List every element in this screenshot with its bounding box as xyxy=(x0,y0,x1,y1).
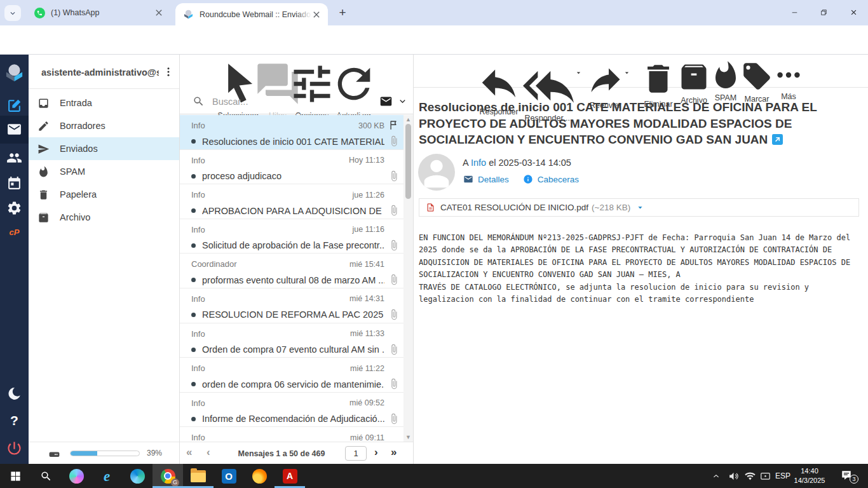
chevron-down-icon[interactable] xyxy=(397,96,408,107)
folder-item-archivo[interactable]: Archivo xyxy=(29,206,179,229)
message-row[interactable]: Infomié 11:33Orden de compra 07 evento c… xyxy=(180,323,403,358)
taskbar-copilot-button[interactable] xyxy=(61,464,92,488)
more-button[interactable]: Más xyxy=(774,60,803,101)
taskbar-acrobat-button[interactable]: A xyxy=(275,464,305,488)
notification-badge: 3 xyxy=(850,475,858,484)
message-row[interactable]: InfoHoy 11:13proceso adjudicaco xyxy=(180,150,403,185)
scroll-up-arrow[interactable]: ▲ xyxy=(403,115,413,124)
message-flag-cell xyxy=(384,154,400,166)
calendar-icon[interactable] xyxy=(6,175,22,191)
chevron-down-icon xyxy=(8,9,17,18)
trash-icon xyxy=(37,189,50,201)
reply-all-caret-icon[interactable] xyxy=(574,69,583,77)
message-row[interactable]: Infomié 09:11 xyxy=(180,427,403,442)
attachment-row[interactable]: CATE01 RESOLUCIÓN DE INICIO.pdf (~218 KB… xyxy=(419,198,859,217)
storage-quota-bar xyxy=(70,451,140,456)
reply-icon xyxy=(477,60,521,105)
open-in-new-window-icon[interactable] xyxy=(772,134,783,145)
paperclip-icon xyxy=(388,135,400,147)
pencil-icon xyxy=(37,120,50,132)
message-row[interactable]: Infomié 14:31RESOLUCION DE REFORMA AL PA… xyxy=(180,288,403,323)
forward-caret-icon[interactable] xyxy=(623,69,631,77)
message-flag-cell xyxy=(384,258,400,270)
search-input[interactable] xyxy=(212,97,379,107)
taskbar-edge-button[interactable] xyxy=(122,464,153,488)
compose-icon[interactable] xyxy=(6,98,22,114)
tab-whatsapp[interactable]: (1) WhatsApp xyxy=(25,0,170,25)
headers-link[interactable]: Cabeceras xyxy=(538,175,579,184)
message-sender: Info xyxy=(191,294,349,304)
browser-tab-strip: (1) WhatsApp Roundcube Webmail :: Enviad… xyxy=(0,0,868,25)
tray-expand-icon[interactable] xyxy=(712,472,721,480)
message-row[interactable]: Infomié 09:52Informe de Recomendación de… xyxy=(180,393,403,428)
language-indicator[interactable]: ESP xyxy=(775,471,790,480)
attachment-menu-caret-icon[interactable] xyxy=(635,203,645,212)
tag-icon xyxy=(741,60,773,92)
window-restore-button[interactable] xyxy=(813,0,834,24)
message-row[interactable]: Infojue 11:16Solicitud de aprobación de … xyxy=(180,219,403,254)
folder-item-spam[interactable]: SPAM xyxy=(29,160,179,183)
spam-button[interactable]: SPAM xyxy=(710,60,741,102)
tab-title: Roundcube Webmail :: Enviados xyxy=(200,10,311,19)
new-tab-button[interactable]: + xyxy=(336,6,349,20)
paperclip-icon xyxy=(388,170,400,182)
help-icon[interactable]: ? xyxy=(0,413,29,428)
flag-icon[interactable] xyxy=(388,119,400,131)
attachment-name[interactable]: CATE01 RESOLUCIÓN DE INICIO.pdf xyxy=(440,203,588,212)
next-page-button[interactable]: › xyxy=(374,446,378,459)
folder-item-papelera[interactable]: Papelera xyxy=(29,183,179,206)
first-page-button[interactable]: « xyxy=(186,446,192,459)
dark-mode-moon-icon[interactable] xyxy=(6,386,22,402)
volume-icon[interactable] xyxy=(728,471,739,482)
settings-gear-icon[interactable] xyxy=(6,200,22,216)
search-scope-mail-icon[interactable] xyxy=(379,95,393,108)
window-minimize-button[interactable] xyxy=(783,0,805,24)
taskbar-clock[interactable]: 14:40 14/3/2025 xyxy=(793,466,826,485)
taskbar-outlook-button[interactable]: O xyxy=(214,464,244,488)
previous-page-button[interactable]: ‹ xyxy=(207,446,210,459)
cpanel-logo[interactable]: cP xyxy=(0,227,29,237)
tab-title: (1) WhatsApp xyxy=(51,8,154,17)
scrollbar-thumb[interactable] xyxy=(405,124,411,199)
message-row[interactable]: Info300 KBResoluciones de inicio 001 CAT… xyxy=(180,115,403,150)
tab-roundcube[interactable]: Roundcube Webmail :: Enviados xyxy=(175,3,328,25)
taskbar-chrome-button[interactable]: G xyxy=(153,464,183,488)
message-row[interactable]: Infomié 11:22orden de compra 06 servicio… xyxy=(180,358,403,393)
folder-item-borradores[interactable]: Borradores xyxy=(29,114,179,137)
window-close-button[interactable] xyxy=(843,0,864,24)
archive-button[interactable]: Archivo xyxy=(677,60,710,105)
message-row[interactable]: Infojue 11:26APROBACION PARA LA ADQUISIC… xyxy=(180,184,403,219)
scroll-down-arrow[interactable]: ▼ xyxy=(403,433,413,442)
message-list-scrollbar[interactable]: ▲ ▼ xyxy=(403,115,413,442)
message-sender: Info xyxy=(191,225,352,234)
close-icon[interactable] xyxy=(154,8,164,18)
folder-label: Archivo xyxy=(60,212,90,222)
message-subject: RESOLUCION DE REFORMA AL PAC 2025 xyxy=(202,309,384,320)
account-menu-icon[interactable] xyxy=(163,66,174,78)
start-button[interactable] xyxy=(0,464,31,488)
display-connect-icon[interactable] xyxy=(760,471,771,482)
recipient-link[interactable]: Info xyxy=(471,158,486,168)
details-link[interactable]: Detalles xyxy=(478,175,509,184)
paperclip-icon xyxy=(388,309,400,320)
contacts-icon[interactable] xyxy=(6,150,22,166)
message-row[interactable]: Coordinadormié 15:41proformas evento cul… xyxy=(180,254,403,288)
mark-button[interactable]: Marcar xyxy=(741,60,773,104)
recipient-line: A Info el 2025-03-14 14:05 xyxy=(463,158,571,168)
folder-item-entrada[interactable]: Entrada xyxy=(29,92,179,114)
page-number-input[interactable] xyxy=(345,446,367,461)
message-date: Hoy 11:13 xyxy=(349,156,384,165)
folder-item-enviados[interactable]: Enviados xyxy=(29,137,179,160)
wifi-icon[interactable] xyxy=(745,471,756,482)
tab-list-button[interactable] xyxy=(4,5,21,21)
taskbar-firefox-button[interactable] xyxy=(244,464,275,488)
logout-power-icon[interactable] xyxy=(6,440,23,457)
mail-icon[interactable] xyxy=(6,121,22,137)
message-attachment-cell xyxy=(384,378,400,390)
close-icon[interactable] xyxy=(311,10,322,20)
taskbar-ie-button[interactable]: e xyxy=(92,464,122,488)
taskbar-search-button[interactable] xyxy=(31,464,61,488)
taskbar-explorer-button[interactable] xyxy=(183,464,214,488)
email-body-line: TRAVÉS DE CATALOGO ELECTRÓNICO, se adjun… xyxy=(419,281,866,294)
last-page-button[interactable]: » xyxy=(391,446,397,459)
